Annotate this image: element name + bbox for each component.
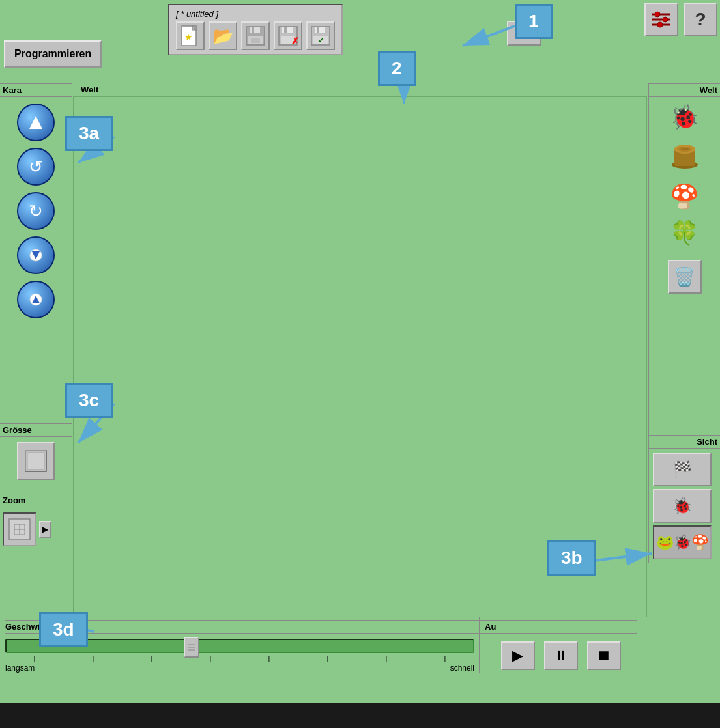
grosse-section: Grösse: [0, 423, 72, 485]
kara-panel: Kara ↺ ↻: [0, 83, 72, 422]
speed-tick-marks: | | | | | | | |: [5, 653, 474, 664]
sicht-label: Sicht: [649, 435, 720, 449]
speed-thumb[interactable]: [184, 637, 199, 658]
pause-button[interactable]: ⏸: [544, 641, 578, 670]
svg-text:✓: ✓: [318, 36, 324, 44]
save-icon[interactable]: ✗: [274, 21, 302, 50]
annotation-2: 2: [378, 51, 416, 86]
trash-button[interactable]: 🗑️: [668, 260, 702, 294]
turn-left-button[interactable]: ↺: [17, 148, 55, 186]
ausfuhren-bottom-label: Au: [485, 620, 637, 634]
stop-button[interactable]: ⏹: [587, 641, 621, 670]
grosse-label: Grösse: [0, 423, 72, 437]
mushroom-palette-item[interactable]: 🍄: [670, 183, 699, 210]
sicht-section: Sicht 🏁 🐞 🐸🐞🍄: [648, 435, 720, 563]
file-toolbar: [ * untitled ] ★ 📂: [168, 4, 343, 55]
svg-point-23: [663, 17, 668, 22]
top-bar: Programmieren [ * untitled ] ★ 📂: [0, 0, 720, 83]
bottom-bar: [0, 703, 720, 728]
file-icons-row: ★ 📂: [176, 21, 335, 50]
programmieren-label: Programmieren: [14, 48, 91, 59]
sicht-options: 🏁 🐞 🐸🐞🍄: [649, 449, 720, 563]
ladybug-palette-item[interactable]: 🐞: [670, 104, 699, 131]
annotation-3a: 3a: [65, 116, 113, 151]
open-folder-icon[interactable]: 📂: [209, 21, 237, 50]
svg-marker-25: [29, 116, 42, 129]
save-gray-icon[interactable]: [241, 21, 270, 50]
file-toolbar-title: [ * untitled ]: [176, 9, 218, 19]
put-leaf-button[interactable]: [17, 236, 55, 274]
right-tools-panel: ?: [644, 3, 717, 36]
turn-right-button[interactable]: ↻: [17, 192, 55, 230]
svg-point-22: [655, 12, 660, 17]
remove-leaf-button[interactable]: [17, 281, 55, 318]
zoom-icon: [3, 512, 36, 546]
bottom-panel: Geschwindigkeit | | |: [0, 617, 720, 679]
grosse-resize-button[interactable]: [17, 442, 55, 480]
svg-rect-10: [282, 27, 293, 33]
right-welt-label: Welt: [649, 84, 720, 97]
move-forward-button[interactable]: [17, 104, 55, 141]
kara-label: Kara: [0, 84, 72, 97]
svg-rect-11: [284, 27, 287, 33]
clover-palette-item[interactable]: 🍀: [670, 219, 699, 247]
speed-max-label: schnell: [450, 664, 474, 673]
svg-text:★: ★: [184, 32, 193, 42]
sicht-option-full[interactable]: 🐸🐞🍄: [653, 525, 712, 559]
svg-rect-6: [252, 27, 254, 33]
treestump-palette-item[interactable]: [669, 140, 700, 174]
svg-point-24: [657, 22, 663, 27]
zoom-controls: ▶: [0, 507, 72, 552]
zoom-label: Zoom: [0, 494, 72, 507]
annotation-3c: 3c: [65, 383, 113, 418]
speed-labels-row: langsam schnell: [5, 664, 474, 673]
programmieren-button[interactable]: Programmieren: [4, 40, 102, 68]
annotation-1: 1: [515, 4, 553, 39]
svg-text:✗: ✗: [291, 36, 298, 46]
export-icon[interactable]: ✓: [306, 21, 335, 50]
svg-rect-16: [317, 27, 319, 33]
zoom-expand-button[interactable]: ▶: [39, 521, 51, 538]
svg-rect-8: [251, 38, 260, 43]
kara-buttons: ↺ ↻: [0, 97, 72, 325]
right-panel: Welt 🐞 🍄 🍀 🗑️: [648, 83, 720, 435]
sicht-option-ladybug[interactable]: 🐞: [653, 489, 712, 523]
ausfuhren-controls: Au ▶ ⏸ ⏹: [479, 617, 642, 673]
svg-point-47: [681, 148, 689, 150]
svg-rect-31: [27, 453, 44, 469]
svg-rect-5: [250, 27, 260, 33]
settings-tool-icon[interactable]: [644, 3, 678, 36]
speed-min-label: langsam: [5, 664, 35, 673]
welt-label-left: Welt: [77, 85, 102, 94]
annotation-3b: 3b: [547, 540, 596, 576]
playback-controls-row: ▶ ⏸ ⏹: [485, 639, 637, 670]
sicht-option-checkered[interactable]: 🏁: [653, 453, 712, 486]
play-button[interactable]: ▶: [501, 641, 535, 670]
zoom-section: Zoom ▶: [0, 494, 72, 552]
annotation-3d: 3d: [39, 612, 88, 647]
help-tool-icon[interactable]: ?: [684, 3, 717, 36]
main-area: Programmieren [ * untitled ] ★ 📂: [0, 0, 720, 703]
svg-rect-15: [315, 27, 325, 33]
new-file-icon[interactable]: ★: [176, 21, 205, 50]
right-items-list: 🐞 🍄 🍀: [649, 97, 720, 253]
